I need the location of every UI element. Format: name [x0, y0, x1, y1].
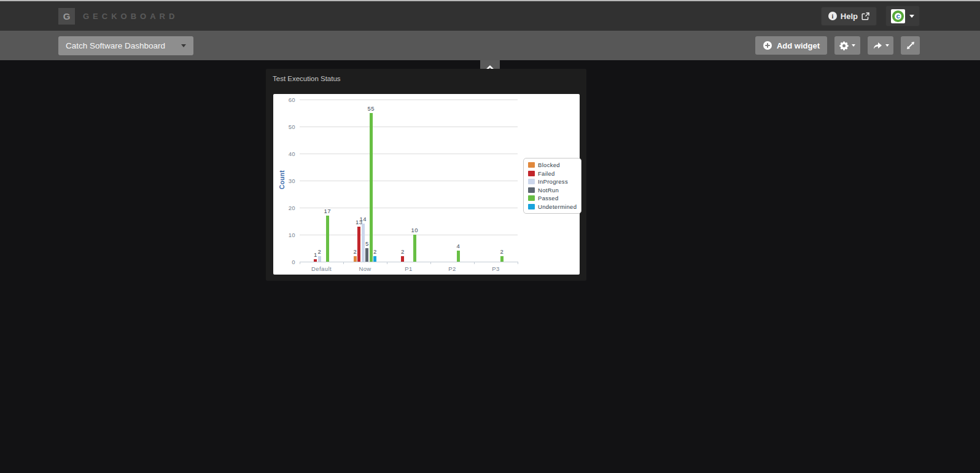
bar-undetermined-now — [373, 256, 376, 262]
y-tick-label: 10 — [277, 232, 295, 238]
legend-swatch — [528, 171, 535, 176]
legend-item-failed: Failed — [528, 170, 577, 178]
avatar: c — [891, 9, 905, 23]
legend-label: Blocked — [538, 162, 560, 168]
chart-panel: 0102030405060DefaultNowP1P2P321132214517… — [273, 94, 580, 275]
plus-circle-icon — [763, 41, 772, 50]
bar-value-label: 2 — [494, 248, 509, 255]
gridline — [300, 181, 518, 181]
x-category-label: P3 — [478, 265, 515, 272]
bar-value-label: 17 — [320, 208, 335, 214]
x-axis-tick — [300, 262, 300, 264]
bar-passed-p1 — [413, 235, 416, 262]
chevron-down-icon — [181, 44, 186, 47]
legend-swatch — [528, 162, 535, 168]
legend-swatch — [528, 195, 535, 201]
x-category-label: P1 — [391, 265, 427, 272]
brand-name: GECKOBOARD — [83, 12, 178, 21]
gear-icon — [839, 41, 849, 50]
y-axis-title: Count — [279, 162, 286, 198]
account-menu-button[interactable]: c — [885, 6, 920, 26]
bar-value-label: 2 — [368, 248, 383, 255]
bar-inprogress-default — [318, 256, 321, 262]
share-arrow-icon — [873, 41, 882, 50]
chevron-down-icon — [852, 44, 855, 47]
x-axis-tick — [474, 262, 475, 264]
fullscreen-button[interactable] — [901, 36, 920, 55]
header-right-controls: i Help c — [821, 6, 920, 26]
chevron-down-icon — [909, 15, 914, 18]
legend-item-blocked: Blocked — [528, 162, 577, 169]
toolbar-right-controls: Add widget — [755, 36, 920, 55]
bar-failed-p1 — [401, 256, 404, 262]
dashboard-toolbar: Catch Software Dashboard Add widget — [0, 31, 980, 60]
gridline — [300, 127, 518, 127]
x-axis-tick — [387, 262, 387, 264]
bar-passed-p3 — [500, 256, 504, 262]
bar-passed-p2 — [457, 251, 460, 262]
y-tick-label: 0 — [277, 259, 295, 265]
bar-passed-default — [326, 216, 329, 262]
legend-label: Passed — [538, 195, 559, 201]
svg-text:c: c — [896, 12, 900, 20]
x-axis-tick — [343, 262, 344, 264]
gridline — [300, 154, 518, 154]
legend-label: NotRun — [538, 187, 559, 194]
legend-label: Undetermined — [538, 203, 577, 210]
expand-icon — [906, 41, 915, 50]
x-axis-tick — [430, 262, 431, 264]
legend-item-undetermined: Undetermined — [528, 203, 577, 211]
x-category-label: Now — [347, 265, 384, 272]
widget-title: Test Execution Status — [273, 75, 341, 82]
dashboard-select-value: Catch Software Dashboard — [66, 41, 165, 50]
add-widget-label: Add widget — [777, 41, 820, 50]
bar-value-label: 2 — [312, 248, 327, 255]
legend-swatch — [528, 187, 535, 193]
bar-passed-now — [370, 113, 373, 262]
x-category-label: Default — [303, 265, 340, 272]
external-link-icon — [861, 12, 869, 20]
chart-legend: BlockedFailedInProgressNotRunPassedUndet… — [523, 158, 581, 214]
gridline — [300, 100, 518, 100]
bar-blocked-now — [354, 256, 357, 262]
legend-label: Failed — [538, 170, 555, 177]
y-tick-label: 60 — [277, 96, 295, 103]
bar-value-label: 4 — [451, 243, 465, 249]
geckoboard-logo[interactable]: G GECKOBOARD — [58, 8, 178, 25]
bar-value-label: 2 — [395, 248, 410, 255]
legend-label: InProgress — [538, 178, 568, 185]
help-button-label: Help — [841, 12, 858, 21]
logo-icon: G — [58, 8, 75, 25]
app-header: G GECKOBOARD i Help c — [0, 1, 980, 31]
legend-item-notrun: NotRun — [528, 187, 577, 194]
add-widget-button[interactable]: Add widget — [755, 36, 827, 55]
legend-item-passed: Passed — [528, 195, 577, 202]
avatar-logo-icon: c — [892, 10, 904, 23]
bar-failed-default — [314, 259, 317, 262]
x-category-label: P2 — [434, 265, 471, 272]
dashboard-select[interactable]: Catch Software Dashboard — [58, 36, 193, 55]
share-button[interactable] — [868, 36, 893, 55]
legend-swatch — [528, 179, 535, 184]
bar-value-label: 10 — [407, 227, 422, 233]
chevron-down-icon — [885, 44, 889, 47]
help-button[interactable]: i Help — [821, 7, 877, 26]
x-axis-tick — [518, 262, 518, 264]
widget-test-execution-status[interactable]: Test Execution Status 0102030405060Defau… — [266, 69, 586, 281]
legend-swatch — [528, 204, 535, 209]
y-tick-label: 20 — [277, 205, 295, 211]
legend-item-inprogress: InProgress — [528, 178, 577, 186]
dashboard-settings-button[interactable] — [834, 36, 860, 55]
bar-value-label: 14 — [356, 216, 370, 222]
gridline — [300, 235, 518, 235]
y-tick-label: 40 — [277, 150, 295, 157]
bar-value-label: 55 — [364, 105, 378, 112]
y-tick-label: 50 — [277, 123, 295, 130]
x-axis-line — [300, 262, 518, 262]
info-icon: i — [828, 12, 837, 20]
